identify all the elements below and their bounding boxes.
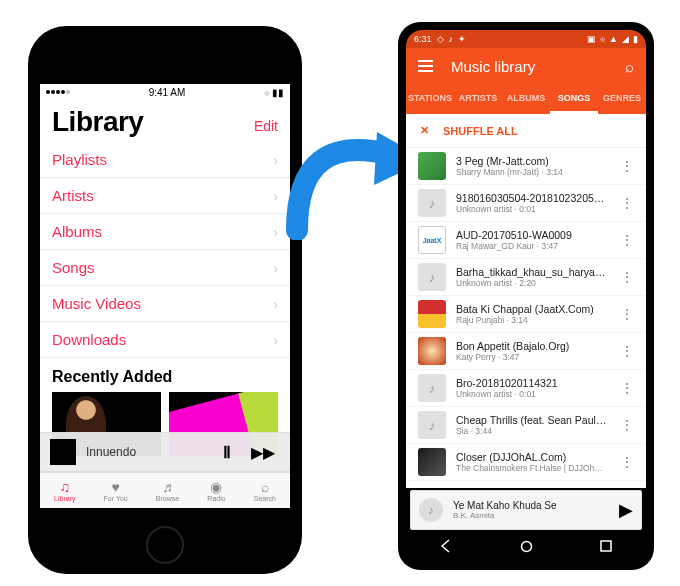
song-title: AUD-20170510-WA0009 bbox=[456, 229, 608, 241]
chevron-right-icon: › bbox=[273, 152, 278, 168]
song-row[interactable]: JaatXAUD-20170510-WA0009Raj Mawar_GD Kau… bbox=[406, 222, 646, 259]
menu-downloads[interactable]: Downloads› bbox=[40, 322, 290, 358]
song-menu-button[interactable]: ⋮ bbox=[618, 306, 636, 322]
signal-dots-icon bbox=[46, 90, 70, 94]
vibrate-icon: ▣ bbox=[587, 34, 596, 44]
chevron-right-icon: › bbox=[273, 260, 278, 276]
menu-artists[interactable]: Artists› bbox=[40, 178, 290, 214]
song-title: 918016030504-20181023205422 bbox=[456, 192, 608, 204]
edit-button[interactable]: Edit bbox=[254, 118, 278, 134]
app-title: Music library bbox=[451, 58, 607, 75]
svg-point-0 bbox=[521, 541, 531, 551]
song-artist: Sia · 3:44 bbox=[456, 426, 608, 436]
home-button[interactable] bbox=[146, 526, 184, 564]
song-row[interactable]: ♪Barha_tikkad_khau_su_haryanvi_…Unknown … bbox=[406, 259, 646, 296]
home-button[interactable] bbox=[518, 538, 534, 554]
android-status-time: 6:31 bbox=[414, 34, 432, 44]
song-artist: Raju Punjabi · 3:14 bbox=[456, 315, 608, 325]
chevron-right-icon: › bbox=[273, 188, 278, 204]
battery-icon: ▮ bbox=[633, 34, 638, 44]
menu-music-videos[interactable]: Music Videos› bbox=[40, 286, 290, 322]
song-menu-button[interactable]: ⋮ bbox=[618, 269, 636, 285]
song-title: Bata Ki Chappal (JaatX.Com) bbox=[456, 303, 608, 315]
shuffle-icon: ✕ bbox=[420, 124, 429, 137]
song-menu-button[interactable]: ⋮ bbox=[618, 454, 636, 470]
svg-rect-1 bbox=[601, 541, 611, 551]
android-status-bar: 6:31 ◇ ♪ ✦ ▣ ⟐ ▲ ◢ ▮ bbox=[406, 30, 646, 48]
ios-menu-list: Playlists› Artists› Albums› Songs› Music… bbox=[40, 142, 290, 358]
tab-genres[interactable]: GENRES bbox=[598, 84, 646, 114]
song-info: 3 Peg (Mr-Jatt.com)Sharry Mann (mr-Jatt)… bbox=[456, 155, 608, 177]
ios-screen: 9:41 AM ⟐ ▮▮ Library Edit Playlists› Art… bbox=[40, 84, 290, 508]
search-icon[interactable]: ⌕ bbox=[625, 58, 634, 75]
tab-songs[interactable]: SONGS bbox=[550, 84, 598, 114]
tab-for-you[interactable]: ♥For You bbox=[104, 480, 128, 502]
song-menu-button[interactable]: ⋮ bbox=[618, 417, 636, 433]
android-nav-bar bbox=[406, 530, 646, 562]
menu-playlists[interactable]: Playlists› bbox=[40, 142, 290, 178]
wifi-icon: ▲ bbox=[609, 34, 618, 44]
menu-albums[interactable]: Albums› bbox=[40, 214, 290, 250]
pause-button[interactable]: Ⅱ bbox=[218, 443, 236, 462]
play-button[interactable]: ▶ bbox=[619, 499, 633, 521]
song-row[interactable]: ♪Bro-20181020114321Unknown artist · 0:01… bbox=[406, 370, 646, 407]
tab-albums[interactable]: ALBUMS bbox=[502, 84, 550, 114]
android-frame: 6:31 ◇ ♪ ✦ ▣ ⟐ ▲ ◢ ▮ Music library ⌕ STA… bbox=[398, 22, 654, 570]
android-tabs: STATIONS ARTISTS ALBUMS SONGS GENRES bbox=[406, 84, 646, 114]
song-row[interactable]: 3 Peg (Mr-Jatt.com)Sharry Mann (mr-Jatt)… bbox=[406, 148, 646, 185]
song-menu-button[interactable]: ⋮ bbox=[618, 195, 636, 211]
now-playing-artist: B.K. Asmita bbox=[453, 511, 609, 520]
song-info: Closer (DJJOhAL.Com)The Chainsmokers Ft … bbox=[456, 451, 608, 473]
song-art: ♪ bbox=[418, 263, 446, 291]
song-art bbox=[418, 448, 446, 476]
song-menu-button[interactable]: ⋮ bbox=[618, 380, 636, 396]
song-artist: Unknown artist · 0:01 bbox=[456, 204, 608, 214]
search-icon: ⌕ bbox=[261, 480, 269, 494]
song-art bbox=[418, 152, 446, 180]
song-row[interactable]: ♪918016030504-20181023205422Unknown arti… bbox=[406, 185, 646, 222]
tab-stations[interactable]: STATIONS bbox=[406, 84, 454, 114]
song-title: Bon Appetit (Bajalo.Org) bbox=[456, 340, 608, 352]
song-title: Closer (DJJOhAL.Com) bbox=[456, 451, 608, 463]
tab-artists[interactable]: ARTISTS bbox=[454, 84, 502, 114]
back-button[interactable] bbox=[438, 538, 454, 554]
tab-radio[interactable]: ◉Radio bbox=[207, 480, 225, 502]
now-playing-title: Innuendo bbox=[86, 445, 208, 459]
tab-search[interactable]: ⌕Search bbox=[254, 480, 276, 502]
song-menu-button[interactable]: ⋮ bbox=[618, 158, 636, 174]
radio-icon: ◉ bbox=[210, 480, 222, 494]
shuffle-all-button[interactable]: ✕ SHUFFLE ALL bbox=[406, 114, 646, 148]
song-info: Barha_tikkad_khau_su_haryanvi_…Unknown a… bbox=[456, 266, 608, 288]
ios-tab-bar: ♫Library ♥For You ♬Browse ◉Radio ⌕Search bbox=[40, 472, 290, 508]
song-title: Barha_tikkad_khau_su_haryanvi_… bbox=[456, 266, 608, 278]
song-art: ♪ bbox=[418, 189, 446, 217]
ios-now-playing-bar[interactable]: Innuendo Ⅱ ▶▶ bbox=[40, 432, 290, 472]
recents-button[interactable] bbox=[598, 538, 614, 554]
song-row[interactable]: Closer (DJJOhAL.Com)The Chainsmokers Ft … bbox=[406, 444, 646, 481]
tab-library[interactable]: ♫Library bbox=[54, 480, 75, 502]
song-art: ♪ bbox=[418, 374, 446, 402]
chevron-right-icon: › bbox=[273, 224, 278, 240]
song-row[interactable]: Bon Appetit (Bajalo.Org)Katy Perry · 3:4… bbox=[406, 333, 646, 370]
song-info: 918016030504-20181023205422Unknown artis… bbox=[456, 192, 608, 214]
song-row[interactable]: ♪Cheap Thrills (feat. Sean Paul) (Mp…Sia… bbox=[406, 407, 646, 444]
android-song-list[interactable]: ✕ SHUFFLE ALL 3 Peg (Mr-Jatt.com)Sharry … bbox=[406, 114, 646, 488]
song-menu-button[interactable]: ⋮ bbox=[618, 343, 636, 359]
song-row[interactable]: Bata Ki Chappal (JaatX.Com)Raju Punjabi … bbox=[406, 296, 646, 333]
song-info: Cheap Thrills (feat. Sean Paul) (Mp…Sia … bbox=[456, 414, 608, 436]
android-now-playing-bar[interactable]: ♪ Ye Mat Kaho Khuda Se B.K. Asmita ▶ bbox=[410, 490, 642, 530]
song-art bbox=[418, 337, 446, 365]
iphone-frame: 9:41 AM ⟐ ▮▮ Library Edit Playlists› Art… bbox=[28, 26, 302, 574]
song-title: 3 Peg (Mr-Jatt.com) bbox=[456, 155, 608, 167]
status-icon: ♪ bbox=[449, 34, 454, 44]
menu-icon[interactable] bbox=[418, 60, 433, 72]
song-title: Bro-20181020114321 bbox=[456, 377, 608, 389]
song-menu-button[interactable]: ⋮ bbox=[618, 232, 636, 248]
song-info: Bata Ki Chappal (JaatX.Com)Raju Punjabi … bbox=[456, 303, 608, 325]
ios-status-bar: 9:41 AM ⟐ ▮▮ bbox=[40, 84, 290, 100]
chevron-right-icon: › bbox=[273, 332, 278, 348]
browse-icon: ♬ bbox=[162, 480, 173, 494]
menu-songs[interactable]: Songs› bbox=[40, 250, 290, 286]
next-button[interactable]: ▶▶ bbox=[246, 443, 280, 462]
tab-browse[interactable]: ♬Browse bbox=[156, 480, 179, 502]
